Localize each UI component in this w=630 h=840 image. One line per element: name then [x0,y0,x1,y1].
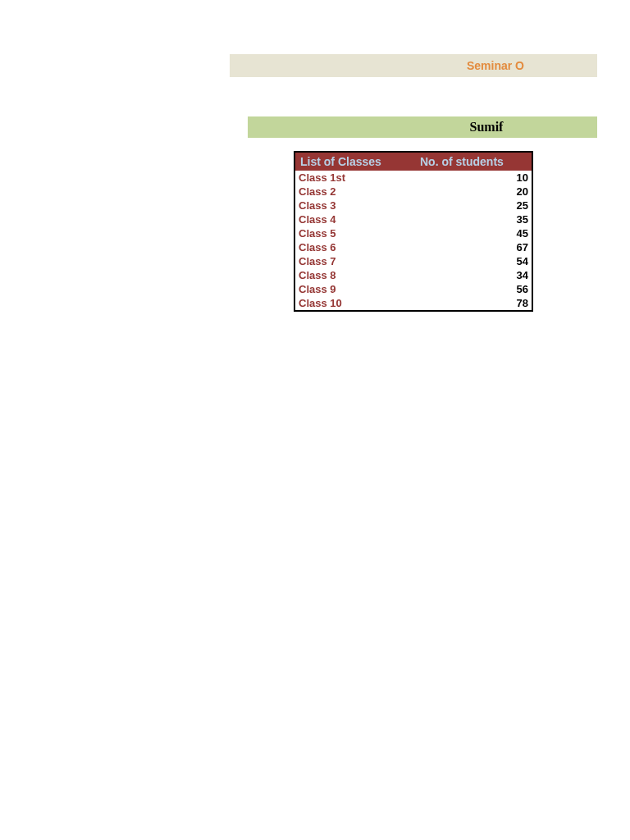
cell-class: Class 6 [294,240,407,254]
cell-class: Class 10 [294,296,407,311]
cell-students: 78 [407,296,532,311]
header-students: No. of students [407,152,532,171]
table-row: Class 7 54 [294,254,532,268]
cell-class: Class 3 [294,199,407,212]
top-banner-text: Seminar O [467,59,524,72]
cell-students: 34 [407,268,532,282]
cell-students: 35 [407,212,532,226]
cell-class: Class 7 [294,254,407,268]
cell-class: Class 4 [294,212,407,226]
table-row: Class 2 20 [294,185,532,199]
cell-class: Class 9 [294,282,407,296]
cell-students: 45 [407,226,532,240]
cell-students: 20 [407,185,532,199]
cell-students: 25 [407,199,532,212]
header-classes: List of Classes [294,152,407,171]
table-row: Class 1st 10 [294,171,532,185]
top-banner: Seminar O [230,54,597,77]
class-students-table: List of Classes No. of students Class 1s… [294,151,533,312]
table-row: Class 10 78 [294,296,532,311]
cell-students: 67 [407,240,532,254]
table-row: Class 3 25 [294,199,532,212]
table-row: Class 4 35 [294,212,532,226]
cell-students: 10 [407,171,532,185]
cell-class: Class 8 [294,268,407,282]
table-body: Class 1st 10 Class 2 20 Class 3 25 Class… [294,171,532,311]
section-banner: Sumif [248,116,597,138]
cell-class: Class 2 [294,185,407,199]
table-row: Class 6 67 [294,240,532,254]
table-row: Class 8 34 [294,268,532,282]
section-title: Sumif [470,120,504,135]
cell-class: Class 1st [294,171,407,185]
table-header: List of Classes No. of students [294,152,532,171]
cell-students: 56 [407,282,532,296]
table-row: Class 9 56 [294,282,532,296]
table-row: Class 5 45 [294,226,532,240]
cell-class: Class 5 [294,226,407,240]
cell-students: 54 [407,254,532,268]
